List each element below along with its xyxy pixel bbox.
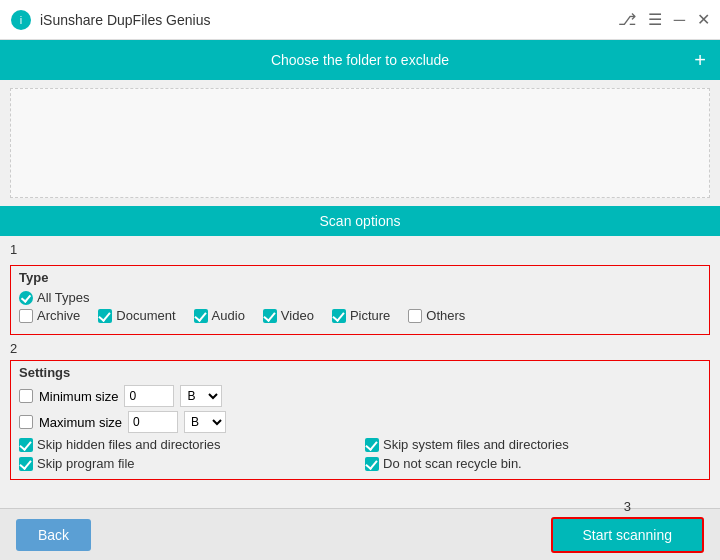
min-size-input[interactable] <box>124 385 174 407</box>
bottom-bar: Back 3 Start scanning <box>0 508 720 560</box>
skip-system-checkbox-item[interactable]: Skip system files and directories <box>365 437 701 452</box>
skip-system-label: Skip system files and directories <box>383 437 569 452</box>
max-size-input[interactable] <box>128 411 178 433</box>
start-btn-wrapper: 3 Start scanning <box>551 517 705 553</box>
back-button[interactable]: Back <box>16 519 91 551</box>
others-checkbox-icon <box>408 309 422 323</box>
exclude-folder-label: Choose the folder to exclude <box>271 52 449 68</box>
video-checkbox-item[interactable]: Video <box>263 308 314 323</box>
all-types-label: All Types <box>37 290 90 305</box>
no-recycle-checkbox-item[interactable]: Do not scan recycle bin. <box>365 456 701 471</box>
audio-checkbox-item[interactable]: Audio <box>194 308 245 323</box>
max-size-label: Maximum size <box>39 415 122 430</box>
add-folder-button[interactable]: + <box>694 49 706 72</box>
svg-text:i: i <box>20 14 22 26</box>
audio-checkbox-icon <box>194 309 208 323</box>
all-types-checkbox-item[interactable]: All Types <box>19 290 90 305</box>
min-size-checkbox[interactable] <box>19 389 33 403</box>
document-label: Document <box>116 308 175 323</box>
skip-hidden-checkbox-item[interactable]: Skip hidden files and directories <box>19 437 355 452</box>
skip-program-label: Skip program file <box>37 456 135 471</box>
min-size-row: Minimum size B KB MB <box>19 385 701 407</box>
video-checkbox-icon <box>263 309 277 323</box>
menu-icon[interactable]: ☰ <box>648 12 662 28</box>
document-checkbox-icon <box>98 309 112 323</box>
type-section-label: Type <box>19 270 701 285</box>
skip-hidden-label: Skip hidden files and directories <box>37 437 221 452</box>
no-recycle-label: Do not scan recycle bin. <box>383 456 522 471</box>
settings-section: Settings Minimum size B KB MB Maximum si… <box>10 360 710 480</box>
title-bar: i iSunshare DupFiles Genius ⎇ ☰ ─ ✕ <box>0 0 720 40</box>
max-size-checkbox[interactable] <box>19 415 33 429</box>
all-types-row: All Types <box>19 290 701 305</box>
archive-label: Archive <box>37 308 80 323</box>
max-size-unit-select[interactable]: B KB MB <box>184 411 226 433</box>
picture-checkbox-icon <box>332 309 346 323</box>
type-section: Type All Types Archive Document Audio <box>10 265 710 335</box>
excluded-folders-area <box>10 88 710 198</box>
min-size-unit-select[interactable]: B KB MB <box>180 385 222 407</box>
step3-label: 3 <box>624 499 631 514</box>
app-logo: i <box>10 9 32 31</box>
min-size-label: Minimum size <box>39 389 118 404</box>
skip-program-checkbox-item[interactable]: Skip program file <box>19 456 355 471</box>
max-size-row: Maximum size B KB MB <box>19 411 701 433</box>
audio-label: Audio <box>212 308 245 323</box>
skip-program-checkbox-icon <box>19 457 33 471</box>
step1-label: 1 <box>10 242 710 257</box>
step2-label: 2 <box>10 341 710 356</box>
picture-checkbox-item[interactable]: Picture <box>332 308 390 323</box>
video-label: Video <box>281 308 314 323</box>
app-title: iSunshare DupFiles Genius <box>40 12 618 28</box>
skip-system-checkbox-icon <box>365 438 379 452</box>
others-checkbox-item[interactable]: Others <box>408 308 465 323</box>
minimize-icon[interactable]: ─ <box>674 12 685 28</box>
picture-label: Picture <box>350 308 390 323</box>
settings-options-grid: Skip hidden files and directories Skip s… <box>19 437 701 471</box>
others-label: Others <box>426 308 465 323</box>
share-icon[interactable]: ⎇ <box>618 12 636 28</box>
file-types-row: Archive Document Audio Video Picture <box>19 308 701 323</box>
scan-options-header: Scan options <box>0 206 720 236</box>
all-types-check-icon <box>19 291 33 305</box>
window-controls: ⎇ ☰ ─ ✕ <box>618 12 710 28</box>
archive-checkbox-item[interactable]: Archive <box>19 308 80 323</box>
archive-checkbox-icon <box>19 309 33 323</box>
close-icon[interactable]: ✕ <box>697 12 710 28</box>
no-recycle-checkbox-icon <box>365 457 379 471</box>
document-checkbox-item[interactable]: Document <box>98 308 175 323</box>
exclude-folder-bar: Choose the folder to exclude + <box>0 40 720 80</box>
settings-section-label: Settings <box>19 365 701 380</box>
skip-hidden-checkbox-icon <box>19 438 33 452</box>
start-scanning-button[interactable]: Start scanning <box>551 517 705 553</box>
